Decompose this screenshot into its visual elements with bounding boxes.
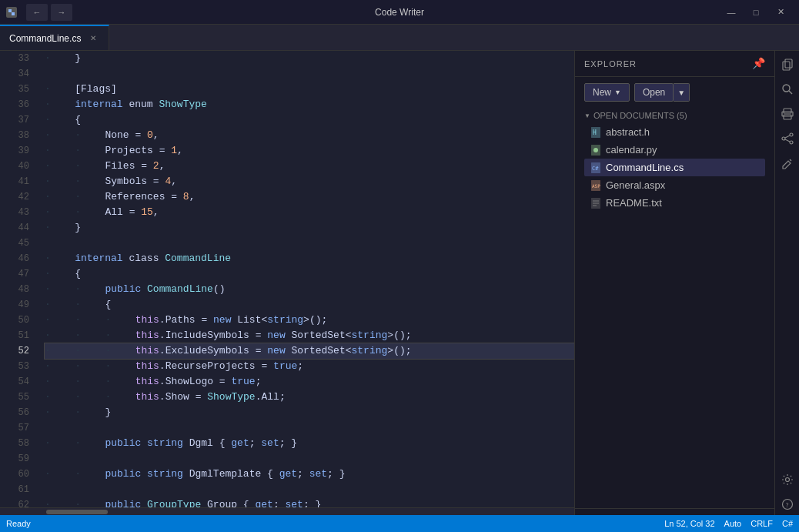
line-number: 37 (0, 112, 29, 128)
open-documents-section: ▼ OPEN DOCUMENTS (5) Habstract.hcalendar… (575, 108, 774, 215)
app-title: Code Writer (375, 7, 424, 18)
svg-line-25 (785, 139, 790, 142)
sidebar-bottom (575, 508, 774, 515)
line-number: 53 (0, 359, 29, 374)
new-chevron-icon: ▼ (614, 89, 621, 96)
svg-rect-19 (784, 115, 791, 119)
code-line: · } (45, 51, 574, 66)
code-line: · internal enum ShowType (45, 97, 574, 112)
back-button[interactable]: ← (26, 4, 48, 21)
code-area[interactable]: · }· [Flags]· internal enum ShowType· {·… (38, 51, 574, 507)
code-line: · internal class CommandLine (45, 251, 574, 266)
line-number: 39 (0, 143, 29, 159)
section-header[interactable]: ▼ OPEN DOCUMENTS (5) (584, 111, 765, 120)
svg-text:H: H (593, 129, 597, 136)
line-number: 56 (0, 405, 29, 420)
file-item[interactable]: calendar.py (584, 141, 765, 159)
titlebar-controls: ← → (26, 4, 72, 21)
pin-icon[interactable]: 📌 (752, 57, 765, 70)
code-line: · · Files = 2, (45, 159, 574, 174)
editor[interactable]: 3334353637383940414243444546474849505152… (0, 51, 574, 515)
line-numbers: 3334353637383940414243444546474849505152… (0, 51, 38, 507)
code-line (45, 66, 574, 82)
svg-point-23 (782, 137, 785, 140)
svg-rect-14 (783, 62, 790, 70)
code-line: · · public CommandLine() (45, 282, 574, 297)
line-number: 34 (0, 66, 29, 82)
new-button[interactable]: New ▼ (584, 83, 630, 102)
forward-button[interactable]: → (51, 4, 72, 21)
file-item[interactable]: ASPGeneral.aspx (584, 176, 765, 194)
file-item[interactable]: README.txt (584, 194, 765, 212)
code-line: · { (45, 112, 574, 128)
code-line: · · public string DgmlTemplate { get; se… (45, 467, 574, 482)
code-line: · · public string Dgml { get; set; } (45, 436, 574, 451)
share-icon[interactable] (777, 128, 798, 149)
line-number: 38 (0, 128, 29, 143)
line-number: 62 (0, 497, 29, 507)
svg-point-26 (785, 478, 789, 482)
code-line (45, 482, 574, 497)
minimize-button[interactable]: — (719, 0, 744, 25)
svg-rect-0 (8, 9, 12, 12)
svg-text:ASP: ASP (592, 183, 600, 189)
editor-content[interactable]: 3334353637383940414243444546474849505152… (0, 51, 574, 507)
line-number: 58 (0, 436, 29, 451)
right-icon-strip: ? (774, 51, 799, 515)
file-icon-h: H (590, 127, 601, 138)
code-line: · · References = 8, (45, 189, 574, 205)
line-number: 45 (0, 236, 29, 251)
settings-icon[interactable] (777, 469, 798, 490)
file-icon-aspx: ASP (590, 180, 601, 191)
hscroll-thumb[interactable] (46, 510, 108, 514)
file-icon-cs: C# (590, 162, 601, 173)
section-collapse-icon: ▼ (584, 112, 590, 119)
code-line: · · None = 0, (45, 128, 574, 143)
print-icon[interactable] (777, 103, 798, 125)
code-line: · · All = 15, (45, 205, 574, 220)
copy-icon[interactable] (777, 54, 798, 75)
file-icon-py (590, 145, 601, 156)
close-button[interactable]: ✕ (768, 0, 793, 25)
line-number: 60 (0, 467, 29, 482)
edit-icon[interactable] (777, 152, 798, 174)
sidebar-header: EXPLORER 📌 (575, 51, 774, 77)
maximize-button[interactable]: □ (744, 0, 768, 25)
open-btn-group: Open ▼ (634, 83, 690, 102)
horizontal-scrollbar[interactable] (0, 507, 574, 515)
code-line: · · · this.Paths = new List<string>(); (45, 313, 574, 328)
tab-commandline-cs[interactable]: CommandLine.cs ✕ (0, 25, 109, 50)
code-line: · { (45, 266, 574, 282)
code-line (45, 451, 574, 467)
help-icon[interactable]: ? (777, 494, 798, 515)
open-button[interactable]: Open (634, 83, 674, 102)
tab-filename: CommandLine.cs (9, 33, 81, 44)
status-language: C# (782, 519, 793, 528)
code-line: · · } (45, 405, 574, 420)
tabbar: CommandLine.cs ✕ (0, 25, 799, 51)
code-line (45, 420, 574, 436)
code-line (45, 236, 574, 251)
line-number: 50 (0, 313, 29, 328)
file-name: README.txt (606, 197, 662, 209)
titlebar: ← → Code Writer — □ ✕ (0, 0, 799, 25)
status-left: Ready (6, 519, 31, 528)
section-title: OPEN DOCUMENTS (5) (593, 111, 687, 120)
status-right: Ln 52, Col 32 Auto CRLF C# (664, 519, 793, 528)
file-name: General.aspx (606, 179, 665, 191)
tab-close-button[interactable]: ✕ (87, 32, 99, 45)
file-item[interactable]: C#CommandLine.cs (584, 159, 765, 176)
svg-text:C#: C# (592, 166, 599, 172)
svg-rect-1 (12, 12, 15, 15)
code-line: · · · this.RecurseProjects = true; (45, 359, 574, 374)
status-ready: Ready (6, 519, 31, 528)
file-name: abstract.h (606, 126, 650, 138)
file-item[interactable]: Habstract.h (584, 123, 765, 141)
line-number: 46 (0, 251, 29, 266)
code-line: · · public GroupType Group { get; set; } (45, 497, 574, 507)
code-line: · } (45, 220, 574, 236)
open-dropdown-button[interactable]: ▼ (674, 83, 690, 102)
status-line-ending: CRLF (751, 519, 773, 528)
search-icon[interactable] (777, 79, 798, 100)
code-line: · · Projects = 1, (45, 143, 574, 159)
